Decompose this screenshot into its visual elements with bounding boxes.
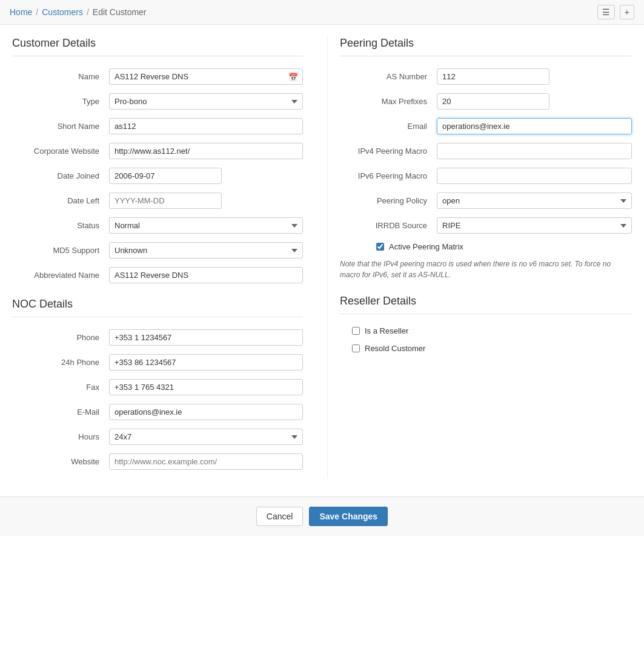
- phone24-label: 24h Phone: [12, 358, 109, 367]
- as-number-row: AS Number: [340, 68, 632, 85]
- irrdb-select[interactable]: RIPE ARIN APNIC LACNIC AFRINIC: [437, 217, 632, 234]
- md5-select[interactable]: Unknown Yes No: [109, 242, 303, 258]
- footer-bar: Cancel Save Changes: [0, 496, 644, 536]
- md5-label: MD5 Support: [12, 246, 109, 255]
- breadcrumb: Home / Customers / Edit Customer ☰ +: [0, 0, 644, 25]
- customer-details-title: Customer Details: [12, 37, 303, 56]
- date-joined-row: Date Joined: [12, 168, 303, 184]
- date-left-input[interactable]: [109, 193, 222, 209]
- type-select[interactable]: Pro-bono Full Associate Internal: [109, 93, 303, 110]
- max-prefixes-label: Max Prefixes: [340, 97, 437, 106]
- status-select[interactable]: Normal Suspended Not Connected: [109, 217, 303, 234]
- peering-policy-select[interactable]: open selective closed case-by-case manda…: [437, 193, 632, 209]
- reseller-details-title: Reseller Details: [340, 295, 632, 314]
- ipv6-macro-label: IPv6 Peering Macro: [340, 171, 437, 180]
- breadcrumb-customers[interactable]: Customers: [42, 7, 83, 17]
- md5-row: MD5 Support Unknown Yes No: [12, 242, 303, 258]
- date-left-label: Date Left: [12, 196, 109, 205]
- type-label: Type: [12, 97, 109, 106]
- name-row: Name 📅: [12, 68, 303, 85]
- abbreviated-name-row: Abbreviated Name: [12, 267, 303, 283]
- cancel-button[interactable]: Cancel: [256, 507, 304, 526]
- ipv6-macro-input[interactable]: [437, 168, 632, 184]
- peering-details-title: Peering Details: [340, 37, 632, 56]
- breadcrumb-sep2: /: [87, 7, 89, 17]
- phone24-row: 24h Phone: [12, 354, 303, 370]
- fax-input[interactable]: [109, 379, 303, 395]
- short-name-row: Short Name: [12, 118, 303, 134]
- abbreviated-name-input[interactable]: [109, 267, 303, 283]
- noc-email-row: E-Mail: [12, 404, 303, 420]
- irrdb-row: IRRDB Source RIPE ARIN APNIC LACNIC AFRI…: [340, 217, 632, 234]
- active-peering-matrix-label[interactable]: Active Peering Matrix: [389, 242, 463, 251]
- peering-policy-row: Peering Policy open selective closed cas…: [340, 193, 632, 209]
- breadcrumb-sep1: /: [36, 7, 38, 17]
- phone-input[interactable]: [109, 329, 303, 346]
- noc-email-label: E-Mail: [12, 407, 109, 417]
- is-reseller-label[interactable]: Is a Reseller: [365, 326, 408, 335]
- irrdb-label: IRRDB Source: [340, 221, 437, 230]
- noc-email-input[interactable]: [109, 404, 303, 420]
- resold-customer-checkbox[interactable]: [352, 344, 360, 352]
- fax-label: Fax: [12, 383, 109, 392]
- phone-row: Phone: [12, 329, 303, 346]
- list-view-button[interactable]: ☰: [597, 5, 615, 19]
- status-label: Status: [12, 221, 109, 230]
- website-label: Website: [12, 457, 109, 466]
- peering-email-input[interactable]: [437, 118, 632, 134]
- add-button[interactable]: +: [620, 5, 634, 19]
- peering-matrix-row: Active Peering Matrix: [340, 242, 632, 251]
- peering-note: Note that the IPv4 peering macro is used…: [340, 258, 632, 280]
- hours-label: Hours: [12, 432, 109, 441]
- resold-customer-label[interactable]: Resold Customer: [365, 344, 425, 353]
- ipv4-macro-row: IPv4 Peering Macro: [340, 143, 632, 159]
- save-changes-button[interactable]: Save Changes: [309, 507, 388, 526]
- max-prefixes-row: Max Prefixes: [340, 93, 632, 110]
- website-row: Website: [12, 453, 303, 470]
- peering-email-label: Email: [340, 122, 437, 131]
- phone-label: Phone: [12, 333, 109, 342]
- is-reseller-row: Is a Reseller: [340, 326, 632, 335]
- short-name-label: Short Name: [12, 122, 109, 131]
- active-peering-matrix-checkbox[interactable]: [376, 243, 384, 251]
- ipv4-macro-input[interactable]: [437, 143, 632, 159]
- peering-policy-label: Peering Policy: [340, 196, 437, 205]
- resold-customer-row: Resold Customer: [340, 344, 632, 353]
- date-joined-label: Date Joined: [12, 171, 109, 180]
- noc-details-title: NOC Details: [12, 298, 303, 317]
- website-input[interactable]: [109, 453, 303, 470]
- name-input[interactable]: [109, 68, 303, 85]
- phone24-input[interactable]: [109, 354, 303, 370]
- peering-email-row: Email: [340, 118, 632, 134]
- date-joined-input[interactable]: [109, 168, 222, 184]
- corporate-website-label: Corporate Website: [12, 147, 109, 156]
- date-left-row: Date Left: [12, 193, 303, 209]
- calendar-icon: 📅: [288, 72, 298, 81]
- ipv6-macro-row: IPv6 Peering Macro: [340, 168, 632, 184]
- short-name-input[interactable]: [109, 118, 303, 134]
- max-prefixes-input[interactable]: [437, 93, 549, 110]
- as-number-label: AS Number: [340, 72, 437, 81]
- hours-row: Hours 24x7 8x5 8x7: [12, 429, 303, 445]
- breadcrumb-current: Edit Customer: [93, 7, 147, 17]
- corporate-website-row: Corporate Website: [12, 143, 303, 159]
- is-reseller-checkbox[interactable]: [352, 327, 360, 335]
- hours-select[interactable]: 24x7 8x5 8x7: [109, 429, 303, 445]
- abbreviated-name-label: Abbreviated Name: [12, 271, 109, 280]
- ipv4-macro-label: IPv4 Peering Macro: [340, 147, 437, 156]
- breadcrumb-home[interactable]: Home: [10, 7, 32, 17]
- as-number-input[interactable]: [437, 68, 549, 85]
- fax-row: Fax: [12, 379, 303, 395]
- name-label: Name: [12, 72, 109, 81]
- status-row: Status Normal Suspended Not Connected: [12, 217, 303, 234]
- type-row: Type Pro-bono Full Associate Internal: [12, 93, 303, 110]
- corporate-website-input[interactable]: [109, 143, 303, 159]
